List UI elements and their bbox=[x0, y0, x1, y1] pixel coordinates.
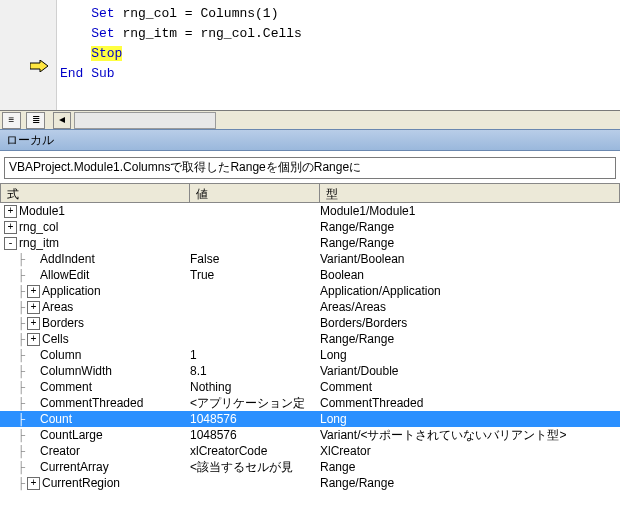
expr-name: Cells bbox=[42, 331, 69, 347]
expand-icon[interactable]: + bbox=[27, 301, 40, 314]
type-cell: Variant/Boolean bbox=[320, 251, 620, 267]
value-cell: 1048576 bbox=[190, 411, 320, 427]
tree-branch-icon: ├ bbox=[16, 379, 27, 395]
tree-row[interactable]: + rng_colRange/Range bbox=[0, 219, 620, 235]
tree-row[interactable]: ├ AddIndentFalseVariant/Boolean bbox=[0, 251, 620, 267]
value-cell: True bbox=[190, 267, 320, 283]
tree-branch-icon: ├ bbox=[16, 363, 27, 379]
code-lines[interactable]: Set rng_col = Columns(1) Set rng_itm = r… bbox=[56, 4, 620, 84]
tree-branch-icon: ├ bbox=[16, 267, 27, 283]
tree-row[interactable]: ├+ BordersBorders/Borders bbox=[0, 315, 620, 331]
expr-name: Creator bbox=[40, 443, 80, 459]
tree-row[interactable]: ├ CurrentArray<該当するセルが見Range bbox=[0, 459, 620, 475]
type-cell: Application/Application bbox=[320, 283, 620, 299]
expr-name: Application bbox=[42, 283, 101, 299]
code-pane: Set rng_col = Columns(1) Set rng_itm = r… bbox=[0, 0, 620, 110]
type-cell: Boolean bbox=[320, 267, 620, 283]
value-cell: <該当するセルが見 bbox=[190, 459, 320, 475]
type-cell: CommentThreaded bbox=[320, 395, 620, 411]
tree-branch-icon: ├ bbox=[16, 459, 27, 475]
expr-name: Column bbox=[40, 347, 81, 363]
tree-branch-icon: ├ bbox=[16, 347, 27, 363]
tree-branch-icon: ├ bbox=[16, 315, 27, 331]
tree-row[interactable]: ├ AllowEditTrueBoolean bbox=[0, 267, 620, 283]
value-cell: <アプリケーション定 bbox=[190, 395, 320, 411]
tree-branch-icon: ├ bbox=[16, 475, 27, 491]
value-cell: Nothing bbox=[190, 379, 320, 395]
type-cell: Range/Range bbox=[320, 331, 620, 347]
context-path[interactable]: VBAProject.Module1.Columnsで取得したRangeを個別の… bbox=[4, 157, 616, 179]
tree-branch-icon: ├ bbox=[16, 443, 27, 459]
expand-icon[interactable]: + bbox=[27, 285, 40, 298]
expr-name: Count bbox=[40, 411, 72, 427]
expr-name: Borders bbox=[42, 315, 84, 331]
value-cell bbox=[190, 283, 320, 299]
type-cell: Long bbox=[320, 411, 620, 427]
expand-icon[interactable]: + bbox=[27, 333, 40, 346]
expr-name: Areas bbox=[42, 299, 73, 315]
code-line[interactable]: Set rng_col = Columns(1) bbox=[56, 4, 620, 24]
expand-icon[interactable]: + bbox=[27, 317, 40, 330]
expr-name: CurrentRegion bbox=[42, 475, 120, 491]
type-cell: Comment bbox=[320, 379, 620, 395]
tree-row[interactable]: ├+ CurrentRegionRange/Range bbox=[0, 475, 620, 491]
collapse-icon[interactable]: - bbox=[4, 237, 17, 250]
tree-row[interactable]: + Module1Module1/Module1 bbox=[0, 203, 620, 219]
value-cell: 1048576 bbox=[190, 427, 320, 443]
value-cell: False bbox=[190, 251, 320, 267]
header-value[interactable]: 値 bbox=[190, 183, 320, 203]
expr-name: AddIndent bbox=[40, 251, 95, 267]
tree-row[interactable]: - rng_itmRange/Range bbox=[0, 235, 620, 251]
tree-branch-icon: ├ bbox=[16, 411, 27, 427]
tree-row[interactable]: ├ Column1Long bbox=[0, 347, 620, 363]
expr-name: CurrentArray bbox=[40, 459, 109, 475]
value-cell bbox=[190, 203, 320, 219]
tree-branch-icon: ├ bbox=[16, 251, 27, 267]
tree-row[interactable]: ├ Count1048576Long bbox=[0, 411, 620, 427]
expr-name: rng_itm bbox=[19, 235, 59, 251]
view-mode-button-1[interactable]: ≡ bbox=[2, 112, 21, 129]
type-cell: Areas/Areas bbox=[320, 299, 620, 315]
tree-row[interactable]: ├+ ApplicationApplication/Application bbox=[0, 283, 620, 299]
type-cell: Borders/Borders bbox=[320, 315, 620, 331]
expr-name: ColumnWidth bbox=[40, 363, 112, 379]
tree-branch-icon: ├ bbox=[16, 283, 27, 299]
tree-row[interactable]: ├ CountLarge1048576Variant/<サポートされていないバリ… bbox=[0, 427, 620, 443]
code-line[interactable]: Set rng_itm = rng_col.Cells bbox=[56, 24, 620, 44]
tree-row[interactable]: ├ CommentThreaded<アプリケーション定CommentThread… bbox=[0, 395, 620, 411]
header-type[interactable]: 型 bbox=[320, 183, 620, 203]
expr-name: Comment bbox=[40, 379, 92, 395]
tree-branch-icon: ├ bbox=[16, 427, 27, 443]
tree-row[interactable]: ├+ AreasAreas/Areas bbox=[0, 299, 620, 315]
locals-panel-title: ローカル bbox=[0, 129, 620, 151]
value-cell bbox=[190, 299, 320, 315]
scroll-left-icon[interactable]: ◂ bbox=[53, 112, 71, 129]
tree-row[interactable]: ├+ CellsRange/Range bbox=[0, 331, 620, 347]
expand-icon[interactable]: + bbox=[27, 477, 40, 490]
type-cell: Range/Range bbox=[320, 475, 620, 491]
locals-tree[interactable]: + Module1Module1/Module1+ rng_colRange/R… bbox=[0, 203, 620, 491]
code-gutter bbox=[0, 0, 57, 110]
tree-branch-icon: ├ bbox=[16, 299, 27, 315]
header-expression[interactable]: 式 bbox=[0, 183, 190, 203]
expr-name: CommentThreaded bbox=[40, 395, 143, 411]
code-line[interactable]: Stop bbox=[56, 44, 620, 64]
expr-name: rng_col bbox=[19, 219, 58, 235]
value-cell bbox=[190, 219, 320, 235]
value-cell bbox=[190, 331, 320, 347]
expand-icon[interactable]: + bbox=[4, 221, 17, 234]
type-cell: XlCreator bbox=[320, 443, 620, 459]
type-cell: Range/Range bbox=[320, 235, 620, 251]
column-headers: 式 値 型 bbox=[0, 183, 620, 203]
value-cell: xlCreatorCode bbox=[190, 443, 320, 459]
expand-icon[interactable]: + bbox=[4, 205, 17, 218]
tree-row[interactable]: ├ ColumnWidth8.1Variant/Double bbox=[0, 363, 620, 379]
expr-name: CountLarge bbox=[40, 427, 103, 443]
code-line[interactable]: End Sub bbox=[56, 64, 620, 84]
tree-row[interactable]: ├ CommentNothingComment bbox=[0, 379, 620, 395]
type-cell: Variant/<サポートされていないバリアント型> bbox=[320, 427, 620, 443]
tree-row[interactable]: ├ CreatorxlCreatorCodeXlCreator bbox=[0, 443, 620, 459]
view-mode-button-2[interactable]: ≣ bbox=[26, 112, 45, 129]
scroll-track[interactable] bbox=[74, 112, 216, 129]
type-cell: Long bbox=[320, 347, 620, 363]
